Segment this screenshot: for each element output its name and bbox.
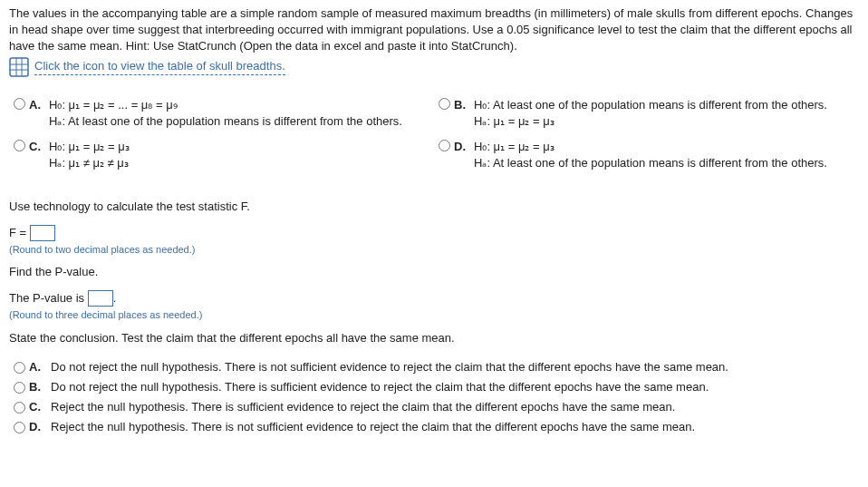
option-a-line1: H₀: μ₁ = μ₂ = ... = μ₈ = μ₉ (49, 97, 434, 113)
hypothesis-option-a[interactable]: A. H₀: μ₁ = μ₂ = ... = μ₈ = μ₉ Hₐ: At le… (9, 97, 434, 130)
option-b-line1: H₀: At least one of the population means… (474, 97, 859, 113)
hypothesis-option-c[interactable]: C. H₀: μ₁ = μ₂ = μ₃ Hₐ: μ₁ ≠ μ₂ ≠ μ₃ (9, 139, 434, 171)
radio-b[interactable] (439, 98, 450, 110)
f-input-row: F = (9, 225, 859, 242)
problem-intro: The values in the accompanying table are… (9, 5, 859, 55)
pvalue-round-hint: (Round to three decimal places as needed… (9, 308, 859, 322)
conclusion-option-c[interactable]: C. Reject the null hypothesis. There is … (9, 399, 859, 415)
svg-rect-0 (10, 58, 28, 76)
option-letter: D. (454, 139, 472, 155)
conclusion-option-a[interactable]: A. Do not reject the null hypothesis. Th… (9, 359, 859, 375)
option-letter: B. (454, 97, 472, 113)
pvalue-label-pre: The P-value is (9, 291, 88, 305)
option-letter: C. (29, 139, 47, 155)
option-d-line2: Hₐ: At least one of the population means… (474, 155, 859, 171)
hypothesis-options: A. H₀: μ₁ = μ₂ = ... = μ₈ = μ₉ Hₐ: At le… (9, 97, 859, 181)
conclusion-c-text: Reject the null hypothesis. There is suf… (51, 399, 675, 415)
radio-a[interactable] (14, 98, 25, 110)
option-letter: A. (29, 97, 47, 113)
f-input[interactable] (30, 225, 55, 241)
prompt-teststat: Use technology to calculate the test sta… (9, 199, 859, 215)
conc-radio-b[interactable] (14, 382, 25, 394)
pvalue-label-post: . (113, 291, 117, 305)
conclusion-d-text: Reject the null hypothesis. There is not… (51, 419, 695, 435)
option-letter: B. (29, 379, 49, 395)
pvalue-row: The P-value is . (9, 290, 859, 307)
pvalue-input[interactable] (88, 290, 113, 307)
view-table-link[interactable]: Click the icon to view the table of skul… (34, 58, 285, 75)
f-round-hint: (Round to two decimal places as needed.) (9, 243, 859, 257)
hypothesis-option-b[interactable]: B. H₀: At least one of the population me… (434, 97, 859, 130)
conc-radio-a[interactable] (14, 362, 25, 374)
conclusion-b-text: Do not reject the null hypothesis. There… (51, 379, 709, 395)
f-label: F = (9, 226, 30, 239)
conclusion-option-b[interactable]: B. Do not reject the null hypothesis. Th… (9, 379, 859, 395)
prompt-pvalue: Find the P-value. (9, 264, 859, 280)
conc-radio-d[interactable] (14, 422, 25, 433)
conclusion-options: A. Do not reject the null hypothesis. Th… (9, 359, 859, 436)
conclusion-a-text: Do not reject the null hypothesis. There… (51, 359, 728, 375)
option-a-line2: Hₐ: At least one of the population means… (49, 113, 434, 130)
conclusion-option-d[interactable]: D. Reject the null hypothesis. There is … (9, 419, 859, 435)
table-icon[interactable] (9, 57, 29, 77)
radio-d[interactable] (439, 140, 450, 151)
radio-c[interactable] (14, 140, 25, 151)
option-letter: A. (29, 359, 49, 375)
option-c-line1: H₀: μ₁ = μ₂ = μ₃ (49, 139, 434, 155)
prompt-conclusion: State the conclusion. Test the claim tha… (9, 330, 859, 346)
option-letter: C. (29, 399, 49, 415)
conc-radio-c[interactable] (14, 402, 25, 414)
option-d-line1: H₀: μ₁ = μ₂ = μ₃ (474, 139, 859, 155)
hypothesis-option-d[interactable]: D. H₀: μ₁ = μ₂ = μ₃ Hₐ: At least one of … (434, 139, 859, 171)
option-c-line2: Hₐ: μ₁ ≠ μ₂ ≠ μ₃ (49, 155, 434, 171)
option-letter: D. (29, 419, 49, 435)
option-b-line2: Hₐ: μ₁ = μ₂ = μ₃ (474, 113, 859, 130)
